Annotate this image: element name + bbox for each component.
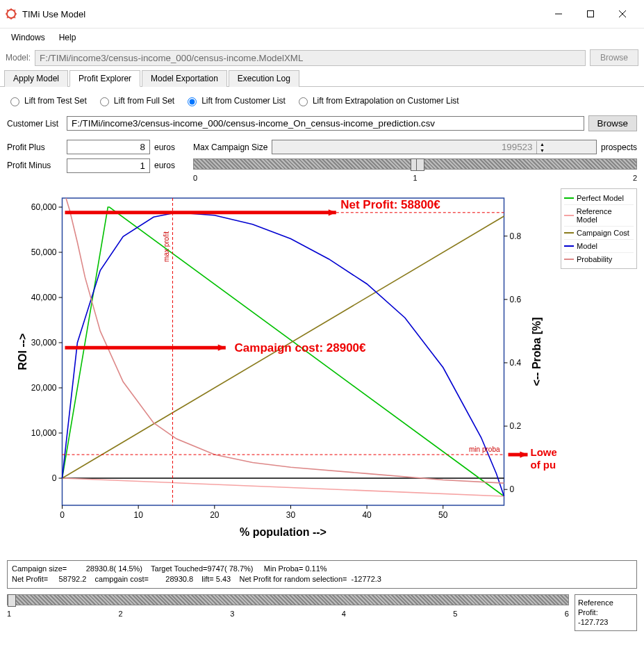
svg-text:40: 40 — [362, 510, 372, 520]
svg-text:ROI -->: ROI --> — [17, 334, 28, 370]
spin-up-icon[interactable]: ▲ — [537, 141, 547, 147]
svg-marker-59 — [329, 209, 336, 215]
svg-text:Lowest probability: Lowest probability — [531, 446, 557, 458]
menu-bar: Windows Help — [0, 28, 644, 47]
legend-cost: Campaign Cost — [577, 229, 629, 237]
svg-text:0.6: 0.6 — [510, 295, 522, 304]
customer-list-label: Customer List — [7, 119, 63, 129]
svg-text:Campaign cost: 28900€: Campaign cost: 28900€ — [235, 341, 367, 354]
svg-text:0: 0 — [60, 510, 65, 520]
tab-profit-explorer[interactable]: Profit Explorer — [69, 70, 140, 87]
menu-windows[interactable]: Windows — [4, 30, 52, 45]
bottom-slider-thumb[interactable] — [8, 594, 16, 607]
svg-text:50,000: 50,000 — [31, 247, 57, 257]
profit-minus-label: Profit Minus — [7, 158, 63, 170]
svg-text:10: 10 — [133, 510, 143, 520]
legend-reference: Reference Model — [577, 207, 634, 224]
legend-proba: Probability — [577, 255, 612, 263]
svg-rect-10 — [588, 11, 594, 17]
max-campaign-axis: 0 1 2 — [193, 170, 637, 182]
svg-marker-66 — [520, 451, 527, 457]
svg-text:0: 0 — [510, 484, 515, 494]
radio-lift-test[interactable]: Lift from Test Set — [7, 95, 87, 106]
stats-box: Campaign size= 28930.8( 14.5%) Target To… — [7, 560, 637, 589]
max-campaign-unit: prospects — [601, 142, 637, 152]
svg-text:0.4: 0.4 — [510, 358, 522, 368]
model-label: Model: — [6, 53, 31, 63]
legend-model: Model — [577, 242, 597, 250]
svg-text:Net Profit: 58800€: Net Profit: 58800€ — [340, 198, 440, 211]
minimize-button[interactable] — [543, 4, 575, 24]
svg-text:max profit: max profit — [163, 231, 170, 262]
svg-text:of purchase: 11%: of purchase: 11% — [531, 459, 557, 471]
bottom-slider[interactable] — [7, 594, 569, 605]
svg-text:50: 50 — [438, 510, 448, 520]
radio-lift-full[interactable]: Lift from Full Set — [97, 95, 174, 106]
max-campaign-slider[interactable] — [193, 158, 637, 170]
app-icon — [6, 8, 17, 19]
reference-profit-box: Reference Profit: -127.723 — [575, 594, 637, 631]
svg-text:0: 0 — [52, 473, 57, 483]
customer-list-input[interactable] — [67, 116, 584, 131]
svg-text:0.8: 0.8 — [510, 231, 522, 241]
svg-text:20: 20 — [210, 510, 220, 520]
tab-apply-model[interactable]: Apply Model — [4, 70, 68, 87]
svg-line-6 — [14, 17, 15, 18]
window-title: TIMi Use Model — [22, 9, 543, 19]
max-campaign-label: Max Campaign Size — [193, 142, 267, 152]
svg-text:10,000: 10,000 — [31, 428, 57, 438]
profit-minus-unit: euros — [154, 158, 175, 170]
bottom-axis: 1 2 3 4 5 6 — [7, 610, 569, 618]
svg-text:% population -->: % population --> — [240, 526, 327, 538]
slider-thumb-2[interactable] — [416, 158, 424, 171]
svg-text:min proba: min proba — [469, 446, 500, 453]
svg-line-8 — [14, 10, 15, 11]
svg-text:60,000: 60,000 — [31, 202, 57, 212]
max-campaign-input[interactable]: ▲ ▼ — [272, 140, 597, 154]
svg-text:<-- Proba [%]: <-- Proba [%] — [531, 317, 543, 386]
svg-line-5 — [7, 10, 8, 11]
profit-minus-input[interactable] — [67, 158, 150, 173]
svg-text:40,000: 40,000 — [31, 293, 57, 302]
model-browse-button: Browse — [590, 49, 638, 66]
profit-plus-input[interactable] — [67, 140, 150, 154]
svg-marker-63 — [218, 344, 226, 350]
maximize-button[interactable] — [575, 4, 606, 24]
spin-down-icon[interactable]: ▼ — [537, 147, 547, 154]
menu-help[interactable]: Help — [52, 30, 83, 45]
close-button[interactable] — [606, 4, 638, 24]
svg-text:30: 30 — [286, 510, 296, 520]
profit-plus-label: Profit Plus — [7, 142, 63, 152]
svg-line-7 — [7, 17, 8, 18]
radio-lift-customer[interactable]: Lift from Customer List — [184, 95, 286, 106]
chart-legend: Perfect Model Reference Model Campaign C… — [561, 188, 637, 269]
svg-text:20,000: 20,000 — [31, 383, 57, 393]
legend-perfect: Perfect Model — [577, 194, 624, 202]
svg-text:0.2: 0.2 — [510, 421, 522, 431]
model-path-input — [35, 50, 586, 66]
profit-plus-unit: euros — [154, 142, 175, 152]
radio-lift-extrapolation[interactable]: Lift from Extrapolation on Customer List — [295, 95, 459, 106]
customer-list-browse-button[interactable]: Browse — [588, 115, 637, 131]
tab-execution-log[interactable]: Execution Log — [229, 70, 299, 87]
tab-strip: Apply Model Profit Explorer Model Export… — [0, 70, 644, 87]
chart-area: 010,00020,00030,00040,00050,00060,00000.… — [7, 188, 556, 552]
svg-text:30,000: 30,000 — [31, 338, 57, 348]
tab-model-exportation[interactable]: Model Exportation — [142, 70, 227, 87]
